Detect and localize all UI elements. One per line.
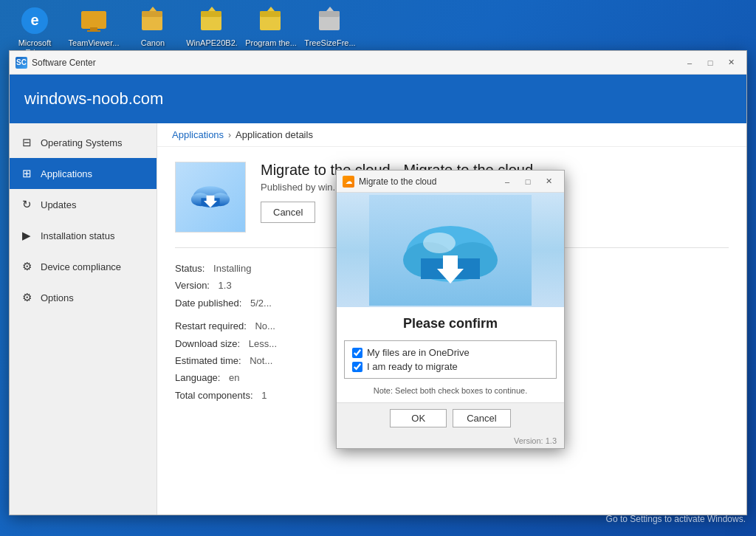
svg-marker-17	[326, 7, 334, 11]
canon-icon-label: Canon	[141, 38, 165, 48]
sidebar-item-applications[interactable]: ⊞ Applications	[10, 158, 157, 189]
svg-text:e: e	[30, 12, 38, 28]
program-icon	[256, 6, 286, 35]
svg-marker-8	[149, 7, 157, 11]
svg-rect-16	[319, 11, 340, 17]
dialog-note: Note: Select both check boxes to continu…	[363, 383, 538, 402]
checkbox-row-onedrive: My files are in OneDrive	[352, 347, 549, 358]
brand-header: windows-noob.com	[10, 75, 746, 123]
breadcrumb-separator: ›	[228, 130, 231, 140]
onedrive-checkbox-label: My files are in OneDrive	[367, 347, 470, 358]
restart-label: Restart required:	[175, 317, 247, 334]
est-time-label: Estimated time:	[175, 352, 241, 369]
maximize-button[interactable]: □	[701, 55, 720, 70]
dialog-cancel-button[interactable]: Cancel	[453, 409, 510, 427]
sidebar-label-compliance: Device compliance	[41, 261, 121, 272]
dialog-icon: ☁	[343, 176, 354, 188]
sw-center-icon: SC	[16, 57, 27, 69]
close-button[interactable]: ✕	[721, 55, 740, 70]
dialog-footer: OK Cancel	[337, 402, 564, 435]
checkbox-row-ready: I am ready to migrate	[352, 361, 549, 372]
status-label: Status:	[175, 260, 205, 277]
dialog-confirm-text: Please confirm	[391, 307, 509, 336]
total-comp-value: 1	[261, 387, 267, 404]
dialog-minimize-button[interactable]: –	[498, 174, 517, 189]
options-icon: ⚙	[20, 291, 33, 304]
dialog-titlebar: ☁ Migrate to the cloud – □ ✕	[337, 171, 564, 193]
breadcrumb-current: Application details	[236, 129, 313, 140]
version-value: 1.3	[219, 277, 232, 294]
restart-value: No...	[255, 317, 275, 334]
svg-point-28	[423, 233, 456, 253]
program-icon-label: Program the...	[245, 38, 297, 48]
ready-checkbox[interactable]	[352, 362, 362, 372]
cancel-button[interactable]: Cancel	[261, 202, 315, 223]
total-comp-label: Total components:	[175, 387, 253, 404]
dialog-version: Version: 1.3	[337, 435, 564, 448]
sidebar: ⊟ Operating Systems ⊞ Applications ↻ Upd…	[10, 123, 157, 515]
brand-name: windows-noob.com	[24, 89, 163, 108]
minimize-button[interactable]: –	[680, 55, 699, 70]
svg-rect-5	[87, 30, 100, 32]
svg-rect-4	[90, 27, 97, 30]
winape-icon	[197, 6, 227, 35]
svg-rect-10	[201, 11, 221, 17]
download-value: Less...	[249, 335, 277, 352]
breadcrumb: Applications › Application details	[157, 123, 746, 147]
apps-icon: ⊞	[20, 167, 33, 180]
window-title: Software Center	[32, 58, 680, 68]
download-label: Download size:	[175, 335, 240, 352]
date-published-label: Date published:	[175, 295, 241, 312]
sidebar-item-installation-status[interactable]: ▶ Installation status	[10, 220, 157, 251]
est-time-value: Not...	[250, 352, 272, 369]
canon-icon	[138, 6, 168, 35]
install-status-icon: ▶	[20, 229, 33, 242]
breadcrumb-applications-link[interactable]: Applications	[172, 129, 224, 140]
svg-marker-11	[208, 7, 216, 11]
sidebar-label-install: Installation status	[41, 230, 114, 241]
sidebar-label-updates: Updates	[41, 199, 76, 210]
sidebar-label-options: Options	[41, 292, 74, 303]
version-label: Version:	[175, 277, 210, 294]
dialog-ok-button[interactable]: OK	[390, 409, 447, 427]
os-icon: ⊟	[20, 136, 33, 149]
app-icon-large	[175, 162, 246, 233]
sidebar-item-updates[interactable]: ↻ Updates	[10, 189, 157, 220]
dialog-body: Please confirm My files are in OneDrive …	[337, 193, 564, 402]
date-published-value: 5/2...	[250, 295, 272, 312]
onedrive-checkbox[interactable]	[352, 348, 362, 358]
language-label: Language:	[175, 369, 220, 386]
status-value: Installing	[213, 260, 251, 277]
teamviewer-icon	[79, 6, 109, 35]
dialog-checkboxes-box: My files are in OneDrive I am ready to m…	[344, 340, 557, 379]
edge-icon: e	[20, 6, 49, 35]
dialog-cloud-illustration	[337, 193, 564, 307]
sidebar-label-os: Operating Systems	[41, 137, 123, 148]
sidebar-item-device-compliance[interactable]: ⚙ Device compliance	[10, 251, 157, 282]
sidebar-item-options[interactable]: ⚙ Options	[10, 282, 157, 313]
teamviewer-icon-label: TeamViewer...	[69, 38, 120, 48]
sidebar-label-apps: Applications	[41, 168, 92, 179]
language-value: en	[229, 369, 239, 386]
title-bar-controls: – □ ✕	[680, 55, 740, 70]
svg-marker-14	[267, 7, 275, 11]
desktop: e Microsoft Edge TeamViewer...	[0, 0, 756, 536]
ready-checkbox-label: I am ready to migrate	[367, 361, 458, 372]
svg-rect-7	[142, 11, 162, 17]
compliance-icon: ⚙	[20, 260, 33, 273]
sidebar-item-operating-systems[interactable]: ⊟ Operating Systems	[10, 127, 157, 158]
dialog-close-button[interactable]: ✕	[539, 174, 558, 189]
svg-rect-3	[81, 11, 106, 21]
treesize-icon-label: TreeSizeFre...	[304, 38, 355, 48]
migrate-dialog: ☁ Migrate to the cloud – □ ✕	[336, 170, 565, 449]
dialog-title: Migrate to the cloud	[359, 176, 498, 187]
dialog-maximize-button[interactable]: □	[518, 174, 537, 189]
dialog-controls: – □ ✕	[498, 174, 558, 189]
treesize-icon	[315, 6, 345, 35]
title-bar: SC Software Center – □ ✕	[10, 51, 746, 75]
updates-icon: ↻	[20, 198, 33, 211]
svg-rect-13	[260, 11, 281, 17]
